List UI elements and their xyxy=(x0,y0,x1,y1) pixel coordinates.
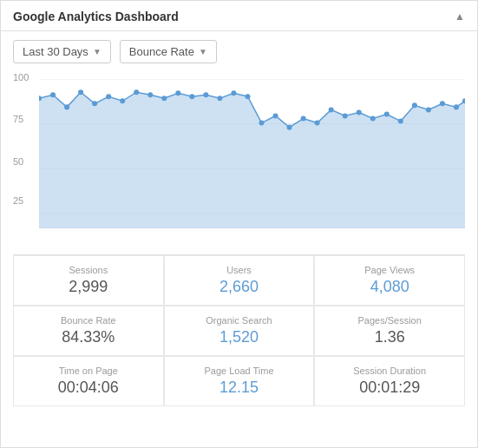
chart-area: 100 75 50 25 xyxy=(1,72,477,246)
svg-point-24 xyxy=(287,125,292,130)
stat-label: Page Load Time xyxy=(204,366,273,376)
y-label-25: 25 xyxy=(13,195,23,206)
svg-point-21 xyxy=(245,94,250,99)
stat-label: Organic Search xyxy=(206,315,272,326)
stat-cell: Time on Page00:04:06 xyxy=(13,356,164,406)
y-label-75: 75 xyxy=(13,114,23,124)
stat-value: 84.33% xyxy=(62,328,115,346)
period-arrow-icon: ▼ xyxy=(93,47,101,56)
svg-point-13 xyxy=(134,89,139,95)
svg-point-7 xyxy=(50,92,56,97)
period-dropdown[interactable]: Last 30 Days ▼ xyxy=(13,40,111,63)
svg-point-36 xyxy=(454,104,459,109)
line-chart xyxy=(39,79,465,228)
stat-value: 00:01:29 xyxy=(359,379,420,397)
svg-point-30 xyxy=(370,115,376,121)
svg-point-22 xyxy=(259,121,265,126)
stat-value: 1.36 xyxy=(375,328,405,346)
svg-point-14 xyxy=(147,92,153,97)
stat-value: 00:04:06 xyxy=(58,379,119,397)
svg-point-8 xyxy=(64,104,69,109)
svg-point-17 xyxy=(189,94,194,99)
stat-cell: Page Load Time12.15 xyxy=(164,356,315,406)
svg-point-18 xyxy=(203,92,208,97)
dashboard-title: Google Analytics Dashboard xyxy=(13,10,179,23)
svg-point-34 xyxy=(426,107,431,112)
y-label-100: 100 xyxy=(13,72,29,82)
period-label: Last 30 Days xyxy=(23,45,88,58)
stats-grid: Sessions2,999Users2,660Page Views4,080Bo… xyxy=(13,254,465,406)
svg-point-10 xyxy=(92,101,97,106)
svg-point-15 xyxy=(161,96,167,101)
stat-cell: Session Duration00:01:29 xyxy=(314,356,465,406)
svg-point-9 xyxy=(78,89,83,95)
stat-label: Session Duration xyxy=(353,366,426,376)
dashboard-header: Google Analytics Dashboard ▲ xyxy=(1,1,477,31)
svg-point-32 xyxy=(398,119,403,124)
stat-value: 2,660 xyxy=(219,278,259,296)
svg-point-16 xyxy=(175,90,180,96)
stat-value: 1,520 xyxy=(219,328,259,346)
svg-point-27 xyxy=(329,107,334,112)
svg-point-25 xyxy=(301,115,306,121)
y-label-50: 50 xyxy=(13,156,23,167)
stat-cell: Organic Search1,520 xyxy=(164,306,315,356)
metric-arrow-icon: ▼ xyxy=(199,47,207,56)
stat-value: 12.15 xyxy=(219,379,259,397)
svg-point-33 xyxy=(412,102,417,108)
stat-cell: Page Views4,080 xyxy=(314,255,465,306)
svg-point-11 xyxy=(106,94,111,99)
stat-cell: Users2,660 xyxy=(164,255,315,306)
stat-label: Page Views xyxy=(364,265,415,275)
stat-label: Users xyxy=(226,265,252,275)
svg-point-20 xyxy=(231,90,236,96)
stat-label: Sessions xyxy=(69,265,108,275)
stat-value: 4,080 xyxy=(370,278,409,296)
svg-point-12 xyxy=(120,98,125,103)
stat-label: Time on Page xyxy=(59,366,118,376)
svg-point-35 xyxy=(440,101,445,106)
svg-point-28 xyxy=(343,113,348,118)
chart-container: 100 75 50 25 xyxy=(13,72,465,246)
stat-cell: Pages/Session1.36 xyxy=(314,306,465,356)
svg-marker-5 xyxy=(39,92,465,228)
metric-label: Bounce Rate xyxy=(129,45,194,58)
svg-point-23 xyxy=(273,113,278,118)
stat-cell: Sessions2,999 xyxy=(13,255,164,306)
metric-dropdown[interactable]: Bounce Rate ▼ xyxy=(120,40,217,63)
svg-point-29 xyxy=(357,109,362,115)
collapse-icon[interactable]: ▲ xyxy=(455,10,465,23)
stat-label: Bounce Rate xyxy=(61,315,116,326)
stat-value: 2,999 xyxy=(69,278,108,296)
svg-point-19 xyxy=(217,96,222,101)
stat-label: Pages/Session xyxy=(357,315,421,326)
svg-point-26 xyxy=(315,121,320,126)
svg-point-31 xyxy=(384,111,390,116)
toolbar: Last 30 Days ▼ Bounce Rate ▼ xyxy=(1,31,477,72)
stat-cell: Bounce Rate84.33% xyxy=(13,306,164,356)
